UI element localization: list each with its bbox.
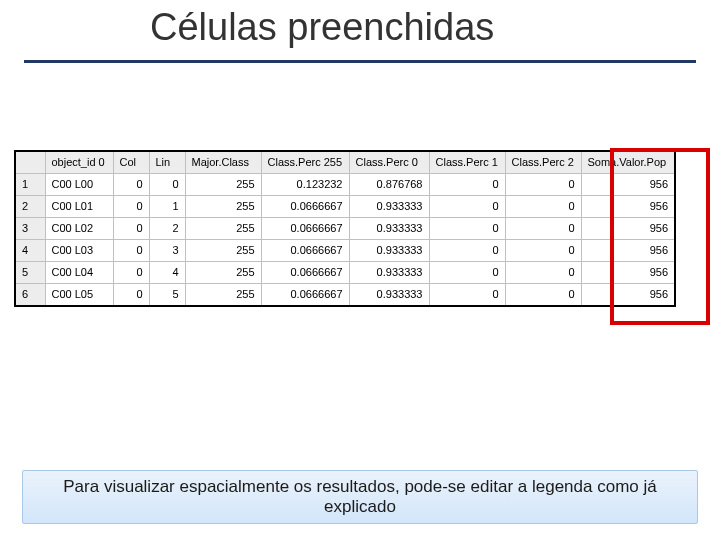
cell-soma: 956 (581, 174, 675, 196)
cell-p0: 0.933333 (349, 284, 429, 307)
table-row: 3 C00 L02 0 2 255 0.0666667 0.933333 0 0… (15, 218, 675, 240)
row-index: 1 (15, 174, 45, 196)
cell-p0: 0.933333 (349, 240, 429, 262)
cell-majorclass: 255 (185, 284, 261, 307)
cell-p2: 0 (505, 262, 581, 284)
cell-object-id: C00 L03 (45, 240, 113, 262)
cell-p255: 0.0666667 (261, 196, 349, 218)
cell-col: 0 (113, 240, 149, 262)
cell-soma: 956 (581, 218, 675, 240)
cell-p2: 0 (505, 240, 581, 262)
cell-p1: 0 (429, 174, 505, 196)
data-table-container: object_id 0 Col Lin Major.Class Class.Pe… (14, 150, 712, 307)
cell-lin: 4 (149, 262, 185, 284)
cell-soma: 956 (581, 196, 675, 218)
row-index: 2 (15, 196, 45, 218)
row-index: 3 (15, 218, 45, 240)
cell-majorclass: 255 (185, 196, 261, 218)
cell-lin: 3 (149, 240, 185, 262)
cell-object-id: C00 L05 (45, 284, 113, 307)
title-underline (24, 60, 696, 63)
col-corner (15, 151, 45, 174)
table-row: 5 C00 L04 0 4 255 0.0666667 0.933333 0 0… (15, 262, 675, 284)
cell-p0: 0.933333 (349, 218, 429, 240)
cell-col: 0 (113, 174, 149, 196)
cell-object-id: C00 L00 (45, 174, 113, 196)
cell-col: 0 (113, 262, 149, 284)
table-header-row: object_id 0 Col Lin Major.Class Class.Pe… (15, 151, 675, 174)
cell-col: 0 (113, 218, 149, 240)
cell-soma: 956 (581, 262, 675, 284)
cell-majorclass: 255 (185, 218, 261, 240)
cell-object-id: C00 L02 (45, 218, 113, 240)
cell-p1: 0 (429, 262, 505, 284)
cell-majorclass: 255 (185, 262, 261, 284)
cell-soma: 956 (581, 284, 675, 307)
col-classperc255: Class.Perc 255 (261, 151, 349, 174)
table-row: 2 C00 L01 0 1 255 0.0666667 0.933333 0 0… (15, 196, 675, 218)
table-row: 1 C00 L00 0 0 255 0.123232 0.876768 0 0 … (15, 174, 675, 196)
col-lin: Lin (149, 151, 185, 174)
cell-col: 0 (113, 196, 149, 218)
cell-majorclass: 255 (185, 240, 261, 262)
table-row: 4 C00 L03 0 3 255 0.0666667 0.933333 0 0… (15, 240, 675, 262)
col-majorclass: Major.Class (185, 151, 261, 174)
col-classperc2: Class.Perc 2 (505, 151, 581, 174)
cell-lin: 1 (149, 196, 185, 218)
cell-lin: 5 (149, 284, 185, 307)
cell-p2: 0 (505, 218, 581, 240)
cell-majorclass: 255 (185, 174, 261, 196)
cell-p255: 0.0666667 (261, 284, 349, 307)
cell-p2: 0 (505, 174, 581, 196)
cell-p1: 0 (429, 218, 505, 240)
row-index: 4 (15, 240, 45, 262)
cell-object-id: C00 L04 (45, 262, 113, 284)
col-col: Col (113, 151, 149, 174)
row-index: 5 (15, 262, 45, 284)
cell-p255: 0.0666667 (261, 240, 349, 262)
col-somavalorpop: Soma.Valor.Pop (581, 151, 675, 174)
cell-p0: 0.933333 (349, 262, 429, 284)
row-index: 6 (15, 284, 45, 307)
cell-p1: 0 (429, 240, 505, 262)
data-table: object_id 0 Col Lin Major.Class Class.Pe… (14, 150, 676, 307)
cell-lin: 0 (149, 174, 185, 196)
page-title: Células preenchidas (150, 6, 494, 49)
cell-col: 0 (113, 284, 149, 307)
col-object-id: object_id 0 (45, 151, 113, 174)
footer-note: Para visualizar espacialmente os resulta… (22, 470, 698, 524)
cell-object-id: C00 L01 (45, 196, 113, 218)
cell-p1: 0 (429, 196, 505, 218)
cell-soma: 956 (581, 240, 675, 262)
cell-p255: 0.0666667 (261, 218, 349, 240)
cell-lin: 2 (149, 218, 185, 240)
cell-p2: 0 (505, 196, 581, 218)
col-classperc1: Class.Perc 1 (429, 151, 505, 174)
cell-p255: 0.0666667 (261, 262, 349, 284)
cell-p255: 0.123232 (261, 174, 349, 196)
col-classperc0: Class.Perc 0 (349, 151, 429, 174)
cell-p0: 0.876768 (349, 174, 429, 196)
cell-p1: 0 (429, 284, 505, 307)
cell-p2: 0 (505, 284, 581, 307)
cell-p0: 0.933333 (349, 196, 429, 218)
table-row: 6 C00 L05 0 5 255 0.0666667 0.933333 0 0… (15, 284, 675, 307)
slide: Células preenchidas object_id 0 Col Lin … (0, 0, 720, 540)
